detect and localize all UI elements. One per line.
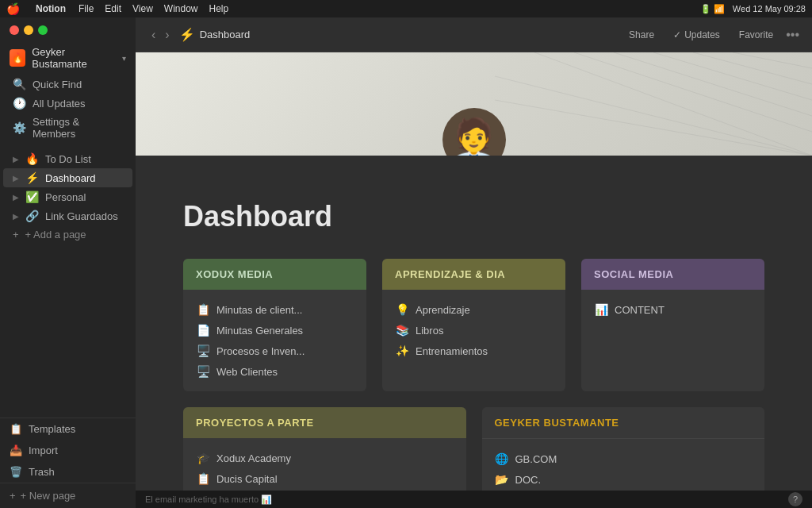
menu-window[interactable]: Window — [164, 3, 198, 14]
list-item[interactable]: 🎓 Xodux Academy — [196, 448, 454, 468]
checkmark-icon: ✓ — [673, 29, 681, 40]
section-proyectos: PROYECTOS A PARTE 🎓 Xodux Academy 📋 Duci… — [183, 407, 466, 491]
item-label: Web Clientes — [216, 366, 278, 378]
link-icon: 🔗 — [25, 210, 39, 222]
status-bar: El email marketing ha muerto 📊 ? — [136, 491, 812, 508]
menubar-time: Wed 12 May 09:28 — [733, 4, 806, 13]
sidebar-item-todo[interactable]: ▶ 🔥 To Do List — [3, 149, 132, 168]
sidebar-item-link-guardados[interactable]: ▶ 🔗 Link Guardados — [3, 206, 132, 225]
toolbar: ‹ › ⚡ Dashboard Share ✓ Updates Favorite… — [136, 17, 812, 52]
page-title: Dashboard — [183, 200, 764, 233]
item-label: Minutas Generales — [216, 325, 303, 337]
fire-icon: 🔥 — [25, 152, 39, 165]
item-icon: 📂 — [495, 473, 509, 486]
svg-line-0 — [534, 52, 812, 156]
svg-line-7 — [495, 100, 812, 156]
list-item[interactable]: 📂 DOC. — [495, 469, 753, 490]
sidebar-item-label: All Updates — [33, 98, 85, 110]
list-item[interactable]: 💡 Aprendizaje — [395, 299, 553, 320]
close-button[interactable] — [10, 25, 19, 35]
item-label: Entrenamientos — [416, 345, 488, 357]
list-item[interactable]: 📊 CONTENT — [594, 299, 752, 320]
sidebar-item-label: Link Guardados — [45, 210, 118, 222]
avatar-icon: 🔥 — [12, 52, 24, 64]
apple-icon[interactable]: 🍎 — [6, 2, 20, 15]
forward-button[interactable]: › — [162, 26, 172, 44]
list-item[interactable]: 🖥️ Web Clientes — [196, 361, 354, 382]
search-icon: 🔍 — [13, 78, 26, 90]
sidebar-item-label: Trash — [29, 466, 55, 478]
hero-decoration — [495, 52, 812, 156]
app-name: Notion — [36, 3, 66, 14]
clock-icon: 🕐 — [13, 97, 26, 110]
menubar-right: 🔋 📶 Wed 12 May 09:28 — [700, 4, 806, 14]
help-button[interactable]: ? — [788, 492, 802, 506]
list-item[interactable]: 🌐 GB.COM — [495, 448, 753, 469]
more-button[interactable]: ••• — [786, 28, 799, 42]
sidebar-item-trash[interactable]: 🗑️ Trash — [0, 461, 136, 483]
share-button[interactable]: Share — [622, 26, 661, 44]
hero-banner: 🧑‍💼 — [136, 52, 812, 156]
section-header-proyectos: PROYECTOS A PARTE — [183, 407, 466, 438]
menu-items: File Edit View Window Help — [79, 3, 228, 14]
item-label: DOC. — [515, 474, 542, 486]
list-item[interactable]: 📚 Libros — [395, 320, 553, 341]
sidebar-item-all-updates[interactable]: 🕐 All Updates — [3, 94, 132, 113]
section-items-geyker: 🌐 GB.COM 📂 DOC. 🚀 Servicios — [482, 439, 765, 491]
item-label: Procesos e Inven... — [216, 345, 304, 357]
add-page-button[interactable]: + + Add a page — [3, 225, 132, 244]
section-header-aprendizaje: APRENDIZAJE & DIA — [382, 259, 565, 290]
user-profile[interactable]: 🔥 Geyker Bustamante ▾ — [0, 41, 136, 75]
sidebar-item-label: Quick Find — [33, 79, 82, 90]
avatar-emoji: 🧑‍💼 — [448, 119, 500, 156]
list-item[interactable]: 📄 Minutas Generales — [196, 320, 354, 341]
item-icon: 📄 — [196, 324, 210, 337]
item-label: Libros — [416, 325, 443, 337]
item-label: Ducis Capital — [216, 473, 278, 485]
dashboard-grid-bottom: PROYECTOS A PARTE 🎓 Xodux Academy 📋 Duci… — [183, 407, 764, 491]
plus-icon: + — [10, 490, 16, 502]
new-page-button[interactable]: + + New page — [0, 483, 136, 508]
toolbar-actions: Share ✓ Updates Favorite ••• — [622, 26, 799, 44]
list-item[interactable]: 🖥️ Procesos e Inven... — [196, 341, 354, 361]
updates-label: Updates — [684, 29, 720, 40]
gear-icon: ⚙️ — [13, 121, 26, 134]
sidebar-item-label: Templates — [29, 423, 75, 435]
item-label: CONTENT — [615, 304, 665, 316]
list-item[interactable]: 📋 Ducis Capital — [196, 468, 454, 489]
updates-button[interactable]: ✓ Updates — [667, 26, 726, 44]
sidebar: 🔥 Geyker Bustamante ▾ 🔍 Quick Find 🕐 All… — [0, 17, 136, 508]
section-header-xodux: XODUX MEDIA — [183, 259, 366, 290]
menu-view[interactable]: View — [132, 3, 153, 14]
main-content: ‹ › ⚡ Dashboard Share ✓ Updates Favorite… — [136, 17, 812, 508]
menu-edit[interactable]: Edit — [105, 3, 121, 14]
chevron-right-icon: ▶ — [13, 155, 19, 164]
sidebar-bottom: 📋 Templates 📥 Import 🗑️ Trash — [0, 418, 136, 483]
chevron-down-icon: ▾ — [122, 54, 126, 63]
item-label: Xodux Academy — [216, 452, 291, 464]
favorite-button[interactable]: Favorite — [733, 26, 779, 44]
maximize-button[interactable] — [38, 25, 48, 35]
sidebar-item-quick-find[interactable]: 🔍 Quick Find — [3, 75, 132, 94]
section-social-media: SOCIAL MEDIA 📊 CONTENT — [581, 259, 764, 391]
avatar: 🔥 — [10, 49, 25, 67]
section-header-social: SOCIAL MEDIA — [581, 259, 764, 290]
sidebar-item-templates[interactable]: 📋 Templates — [0, 418, 136, 440]
sidebar-item-import[interactable]: 📥 Import — [0, 440, 136, 461]
sidebar-item-personal[interactable]: ▶ ✅ Personal — [3, 187, 132, 206]
section-items-xodux: 📋 Minutas de client... 📄 Minutas General… — [183, 290, 366, 391]
back-button[interactable]: ‹ — [148, 26, 159, 44]
list-item[interactable]: 📋 Minutas de client... — [196, 299, 354, 320]
list-item[interactable]: ✨ Entrenamientos — [395, 341, 553, 361]
section-xodux-media: XODUX MEDIA 📋 Minutas de client... 📄 Min… — [183, 259, 366, 391]
sidebar-item-dashboard[interactable]: ▶ ⚡ Dashboard — [3, 168, 132, 187]
menu-file[interactable]: File — [79, 3, 94, 14]
minimize-button[interactable] — [24, 25, 33, 35]
sidebar-item-label: Dashboard — [45, 172, 96, 184]
page-content: 🧑‍💼 Dashboard XODUX MEDIA 📋 Minutas de c… — [136, 52, 812, 491]
menu-help[interactable]: Help — [209, 3, 229, 14]
new-page-label: + New page — [21, 490, 76, 502]
sidebar-item-settings[interactable]: ⚙️ Settings & Members — [3, 113, 132, 143]
section-header-geyker: GEYKER BUSTAMANTE — [482, 407, 765, 439]
templates-icon: 📋 — [10, 423, 22, 435]
